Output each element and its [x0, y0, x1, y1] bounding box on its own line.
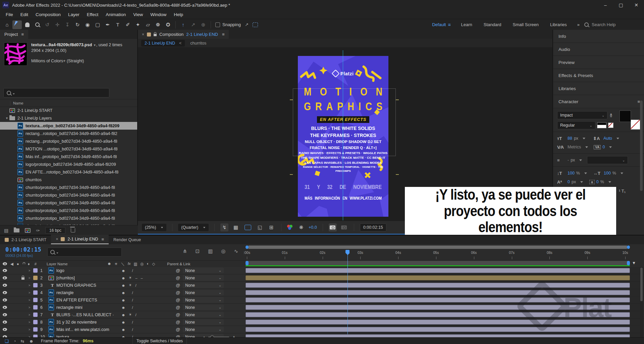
kerning-value[interactable]: Metrics [568, 145, 581, 149]
layer-name[interactable]: 31 y 32 de noviembre [56, 320, 120, 325]
menu-composition[interactable]: Composition [32, 12, 64, 17]
layer-switches[interactable]: ☻☀/ [121, 283, 172, 287]
graph-editor-icon[interactable]: ∿ [234, 248, 238, 254]
resolution-select[interactable]: (Quarter) [178, 224, 209, 231]
layer-switches[interactable]: ☻☀/ [121, 313, 172, 317]
current-timecode[interactable]: 0:00:02:15 [5, 246, 41, 253]
layer-visibility-icon[interactable] [2, 284, 8, 287]
parent-pickwhip-icon[interactable]: @ [176, 305, 180, 310]
parent-link-select[interactable]: None⌄ [183, 304, 224, 310]
parent-pickwhip-icon[interactable]: @ [176, 297, 180, 302]
comp-marker-button[interactable]: ▼ [632, 261, 636, 265]
close-tab-icon[interactable]: × [142, 32, 144, 37]
layer-switches[interactable]: ☻ / [121, 305, 172, 309]
type-tool[interactable]: T [113, 20, 122, 29]
tsume-value[interactable]: 0 [596, 180, 599, 184]
toggle-switches-modes-button[interactable]: Toggle Switches / Modes [132, 338, 187, 344]
fast-previews-icon[interactable]: ↯ [220, 223, 228, 231]
search-options-icon[interactable] [13, 93, 15, 94]
parent-pickwhip-icon[interactable]: @ [176, 283, 180, 288]
exposure-icon[interactable]: ❋ [297, 223, 305, 231]
project-item-row[interactable]: PsEN AFTE...rototipo_bd027d34-34d9-4850-… [0, 168, 137, 176]
audio-column-icon[interactable]: ◀ [10, 262, 13, 266]
fill-color-swatch[interactable] [620, 111, 631, 122]
flow-icon[interactable]: ⇆ [21, 339, 24, 344]
parent-link-select[interactable]: None⌄ [183, 297, 224, 303]
unified-camera-tool[interactable]: ◉ [83, 20, 92, 29]
draft-3d-icon[interactable]: ⊡ [196, 248, 200, 254]
panel-header-preview[interactable]: Preview [553, 56, 644, 69]
region-of-interest-icon[interactable]: ◱ [256, 223, 264, 231]
parent-pickwhip-icon[interactable]: @ [176, 268, 180, 273]
parent-link-select[interactable]: None⌄ [183, 282, 224, 288]
project-item-row[interactable]: Pschurrito/prototipo_bd027d34-34d9-4850-… [0, 214, 137, 222]
workspace-default[interactable]: Default [426, 22, 448, 27]
project-item-row[interactable]: 2-1 LineUp START [0, 107, 137, 114]
layer-switches[interactable]: ☻☀–– [121, 276, 172, 280]
project-item-row[interactable]: Pschurrito/prototipo_bd027d34-34d9-4850-… [0, 184, 137, 191]
selection-tool[interactable] [12, 20, 22, 29]
workspace-menu-icon[interactable]: ≡ [448, 22, 455, 27]
project-item-row[interactable]: Pstextura...otipo_bd027d34-34d9-4850-a9a… [0, 122, 137, 130]
eyedropper-icon[interactable]: ✑ [608, 113, 614, 118]
roto-brush-tool[interactable]: ❁ [153, 20, 163, 29]
menu-help[interactable]: Help [170, 12, 187, 17]
timeline-tab-2-1-lineup-end[interactable]: ×2-1 LineUp END≡ [51, 235, 109, 244]
snap-features-icon[interactable] [253, 22, 258, 27]
breadcrumb-back-icon[interactable]: < [179, 41, 181, 46]
font-size-dropdown-icon[interactable] [583, 138, 585, 139]
snap-along-edges-icon[interactable]: ↗ [245, 22, 249, 27]
project-item-row[interactable]: churritos [0, 176, 137, 184]
bit-depth-button[interactable]: 16 bpc [45, 227, 65, 234]
work-area-bar[interactable] [246, 261, 630, 265]
panel-menu-icon[interactable]: ≡ [222, 32, 225, 37]
axis-mode-icon[interactable]: ↑ [178, 20, 188, 29]
parent-pickwhip-icon[interactable]: @ [176, 312, 180, 317]
tracking-dropdown-icon[interactable] [609, 146, 612, 148]
snapping-checkbox[interactable] [215, 22, 220, 27]
layer-row-2[interactable]: >2[churritos]☻☀––@None⌄ [0, 274, 644, 282]
leading-dropdown-icon[interactable] [616, 138, 619, 139]
panel-menu-icon[interactable]: ≡ [21, 32, 24, 37]
new-folder-icon[interactable] [14, 228, 19, 232]
layer-duration-bar[interactable] [246, 268, 630, 273]
layer-visibility-icon[interactable] [2, 298, 8, 301]
project-item-row[interactable]: Pschurrito/prototipo_bd027d34-34d9-4850-… [0, 199, 137, 207]
vscale-dropdown-icon[interactable] [584, 173, 587, 174]
layer-name[interactable]: BLURS ·...ES NULL OBJECT · [56, 313, 120, 317]
layer-label-chip[interactable] [33, 268, 38, 273]
brush-tool[interactable]: ✐ [123, 20, 132, 29]
vertical-scale-value[interactable]: 100 [568, 171, 575, 176]
project-item-row[interactable]: Pschurrito/prototipo_bd027d34-34d9-4850-… [0, 191, 137, 199]
parent-link-select[interactable]: None⌄ [183, 319, 224, 325]
layer-label-chip[interactable] [33, 305, 38, 309]
layer-label-chip[interactable] [33, 320, 38, 324]
workspace-libraries[interactable]: Libraries [544, 22, 573, 27]
new-composition-icon[interactable] [25, 228, 31, 233]
project-tab[interactable]: Project≡ [0, 30, 28, 39]
timeline-search-input[interactable] [47, 248, 122, 257]
composition-tab[interactable]: × Composition 2-1 LineUp END ≡ [138, 30, 229, 39]
tracking-value[interactable]: 0 [602, 145, 605, 149]
timeline-tab-2-1-lineup-start[interactable]: 2-1 LineUp START [0, 235, 51, 244]
parent-link-column-header[interactable]: Parent & Link [167, 262, 190, 266]
timeline-nav-scrollbar[interactable] [246, 246, 630, 249]
layer-duration-bar[interactable] [246, 275, 630, 280]
help-search-input[interactable]: Search Help [584, 22, 641, 27]
exposure-value[interactable]: +0.0 [309, 225, 317, 230]
home-tool[interactable]: ⌂ [2, 20, 12, 29]
breadcrumb-active[interactable]: 2-1 LineUp END < [141, 40, 185, 47]
switches-column-icons[interactable]: ☻☀＼ fx▥ ◎◐◇ [107, 262, 155, 267]
frame-blending-icon[interactable]: ▥ [208, 248, 213, 254]
layer-visibility-icon[interactable] [2, 306, 8, 309]
dolly-camera-tool[interactable]: ↧ [63, 20, 72, 29]
layers-stack-icon[interactable]: ❏ [5, 339, 9, 344]
project-settings-icon[interactable]: ✑ [36, 228, 40, 233]
number-column-header[interactable]: # [35, 262, 37, 266]
channels-icon[interactable] [287, 225, 294, 230]
time-ruler[interactable]: :00s01s02s03s04s05s06s07s08s09s10s [246, 250, 630, 261]
search-options-icon[interactable] [56, 253, 58, 254]
panel-header-effects-presets[interactable]: Effects & Presets [553, 69, 644, 82]
font-style-select[interactable]: Regular⌄ [557, 121, 595, 129]
layer-label-chip[interactable] [33, 313, 38, 317]
